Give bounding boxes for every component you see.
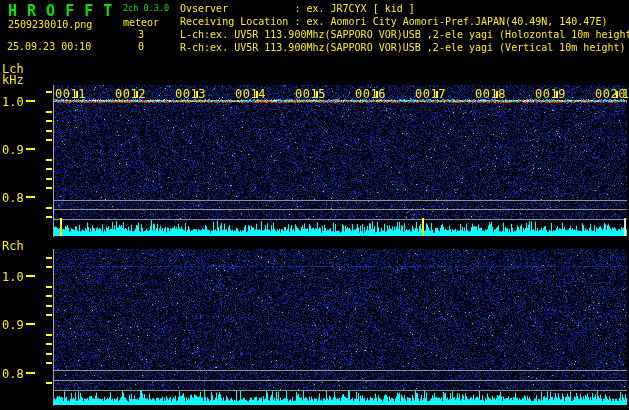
spectrogram-canvas xyxy=(0,0,629,410)
time-tick-label: 0014 xyxy=(235,87,266,101)
filename-label: 2509230010.png xyxy=(8,19,92,30)
location-line: Receiving Location : ex. Aomori City Aom… xyxy=(180,16,607,27)
freq-tick-label: 0.9 xyxy=(2,318,24,332)
time-tick-label-partial: 10 xyxy=(622,87,629,101)
freq-tick-label: 0.9 xyxy=(2,143,24,157)
hrofft-output: H R O F F T 2ch 0.3.0 2509230010.png 25.… xyxy=(0,0,629,410)
timestamp-label: 25.09.23 00:10 xyxy=(7,41,91,52)
khz-unit-label: kHz xyxy=(2,74,24,87)
freq-tick-label: 0.8 xyxy=(2,191,24,205)
time-tick-label: 0012 xyxy=(115,87,146,101)
mode-label: meteor xyxy=(123,17,159,28)
time-tick-label: 0011 xyxy=(55,87,86,101)
time-tick-label: 0019 xyxy=(535,87,566,101)
meteor-count-lch: 3 xyxy=(119,29,144,40)
meteor-count-rch: 0 xyxy=(119,41,144,52)
version-label: 2ch 0.3.0 xyxy=(123,4,169,13)
rch-axis-label: Rch xyxy=(2,240,24,253)
time-tick-label: 0015 xyxy=(295,87,326,101)
freq-tick-label: 0.8 xyxy=(2,367,24,381)
time-tick-label: 0013 xyxy=(175,87,206,101)
freq-tick-label: 1.0 xyxy=(2,95,24,109)
time-tick-label: 0016 xyxy=(355,87,386,101)
time-tick-label: 0017 xyxy=(415,87,446,101)
time-tick-label: 0018 xyxy=(475,87,506,101)
observer-line: Ovserver : ex. JR7CYX [ kid ] xyxy=(180,3,415,14)
lch-config-line: L-ch:ex. UV5R 113.900Mhz(SAPPORO VOR)USB… xyxy=(180,29,629,40)
freq-tick-label: 1.0 xyxy=(2,270,24,284)
rch-config-line: R-ch:ex. UV5R 113.900Mhz(SAPPORO VOR)USB… xyxy=(180,42,626,53)
app-title: H R O F F T xyxy=(8,3,113,20)
